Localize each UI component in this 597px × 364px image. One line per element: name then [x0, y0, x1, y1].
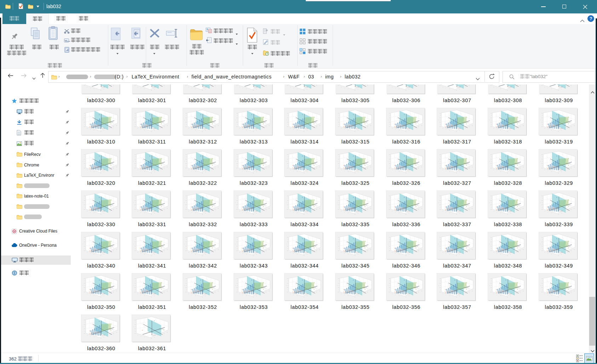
svg-text:W: W [65, 40, 67, 42]
svg-text:?: ? [590, 16, 592, 21]
